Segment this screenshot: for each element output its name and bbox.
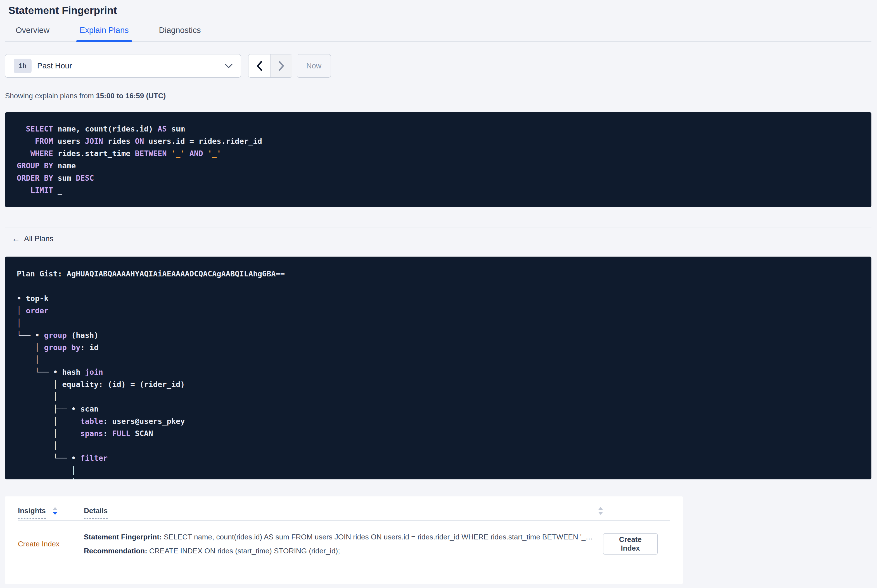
time-pager bbox=[248, 54, 292, 78]
recommendation-line: Recommendation: CREATE INDEX ON rides (s… bbox=[84, 544, 603, 558]
tab-explain-plans[interactable]: Explain Plans bbox=[77, 25, 131, 41]
insights-card: Insights Details Create Index bbox=[5, 496, 683, 584]
page-title: Statement Fingerprint bbox=[8, 0, 871, 17]
sort-desc-icon bbox=[598, 512, 603, 515]
statement-fingerprint-line: Statement Fingerprint: SELECT name, coun… bbox=[84, 530, 603, 544]
showing-range-text: Showing explain plans from 15:00 to 16:5… bbox=[5, 92, 871, 100]
time-range-badge: 1h bbox=[14, 58, 32, 73]
tab-bar: Overview Explain Plans Diagnostics bbox=[5, 25, 871, 42]
details-header-label[interactable]: Details bbox=[84, 507, 108, 519]
row-divider bbox=[18, 567, 670, 567]
sort-asc-icon bbox=[53, 507, 57, 510]
table-row: Create Index Statement Fingerprint: SELE… bbox=[18, 521, 670, 567]
insights-table-header: Insights Details bbox=[18, 507, 670, 519]
time-range-dropdown[interactable]: 1h Past Hour bbox=[5, 54, 241, 78]
section-divider bbox=[5, 228, 871, 228]
insight-cell: Create Index bbox=[18, 540, 84, 548]
plan-gist-block: Plan Gist: AgHUAQIABQAAAAHYAQIAiAEAAAADC… bbox=[5, 256, 871, 479]
chevron-down-icon bbox=[224, 63, 233, 68]
explain-plans-page: Statement Fingerprint Overview Explain P… bbox=[0, 0, 877, 584]
next-range-button[interactable] bbox=[270, 54, 292, 77]
all-plans-back-link[interactable]: ← All Plans bbox=[5, 233, 53, 244]
now-button[interactable]: Now bbox=[297, 54, 331, 78]
sql-fingerprint-block: SELECT name, count(rides.id) AS sum FROM… bbox=[5, 112, 871, 207]
sort-arrows-icon[interactable] bbox=[53, 507, 57, 515]
time-range-label: Past Hour bbox=[37, 62, 224, 70]
sort-desc-icon bbox=[53, 512, 57, 515]
details-column-header: Details bbox=[84, 507, 603, 519]
time-toolbar: 1h Past Hour Now bbox=[5, 54, 871, 78]
create-index-link[interactable]: Create Index bbox=[18, 540, 60, 548]
insights-header-label[interactable]: Insights bbox=[18, 507, 46, 519]
tab-overview[interactable]: Overview bbox=[14, 25, 52, 41]
chevron-left-icon bbox=[256, 61, 263, 71]
details-cell: Statement Fingerprint: SELECT name, coun… bbox=[84, 530, 603, 558]
prev-range-button[interactable] bbox=[248, 54, 270, 77]
tab-diagnostics[interactable]: Diagnostics bbox=[157, 25, 203, 41]
time-window-value: 15:00 to 16:59 (UTC) bbox=[96, 92, 166, 100]
insights-column-header: Insights bbox=[18, 507, 84, 519]
chevron-right-icon bbox=[278, 61, 285, 71]
arrow-left-icon: ← bbox=[12, 234, 20, 243]
create-index-button[interactable]: Create Index bbox=[603, 533, 657, 555]
action-cell: Create Index bbox=[603, 533, 670, 555]
sort-asc-icon bbox=[598, 507, 603, 510]
sort-arrows-icon[interactable] bbox=[598, 507, 603, 515]
all-plans-label: All Plans bbox=[24, 234, 53, 243]
